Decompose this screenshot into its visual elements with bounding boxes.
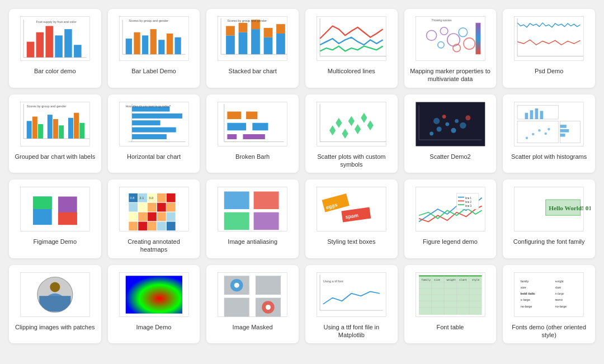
svg-rect-66 [132,113,182,118]
gallery-card-figure-legend[interactable]: line 1 line 2 line 3 Figure legend demo [404,179,497,258]
card-label-scatter-demo2: Scatter Demo2 [428,153,471,160]
svg-text:How often do you want to go to: How often do you want to go today? [125,104,171,107]
gallery-card-multicolored-lines[interactable]: Multicolored lines [305,9,398,88]
svg-point-110 [532,133,535,135]
svg-point-111 [539,129,541,132]
card-label-figure-legend: Figure legend demo [422,238,479,245]
svg-text:Fruit supply by fruit and colo: Fruit supply by fruit and color [36,20,77,23]
gallery-card-scatter-hist[interactable]: Scatter plot with histograms [503,94,595,173]
svg-rect-185 [224,297,249,316]
gallery-card-mapping-marker[interactable]: Throwing success Mapping marker properti… [404,9,497,88]
svg-rect-181 [125,276,182,314]
svg-text:line 1: line 1 [465,197,471,200]
svg-rect-74 [228,111,242,119]
svg-rect-35 [317,17,386,61]
svg-rect-140 [157,212,166,221]
svg-rect-155 [228,195,247,206]
svg-rect-134 [148,203,157,212]
svg-rect-12 [134,32,140,54]
svg-text:weight: weight [446,278,456,281]
svg-rect-30 [276,34,285,54]
svg-text:line 3: line 3 [465,205,471,207]
svg-rect-69 [132,134,167,139]
svg-rect-78 [228,134,237,139]
svg-point-98 [451,127,456,133]
gallery-card-clipping-images[interactable]: Clipping images with patches [9,265,101,344]
card-thumb-image-antialiasing [211,184,294,234]
svg-rect-121 [20,187,89,231]
svg-rect-139 [148,212,157,221]
gallery-card-image-antialiasing[interactable]: Image antialiasing [206,179,299,258]
svg-rect-120 [560,125,567,128]
svg-rect-156 [257,195,276,206]
svg-rect-2 [36,32,44,58]
gallery-card-font-oriented[interactable]: family size bold italic x-large no-large… [503,265,595,344]
svg-text:family: family [521,279,529,282]
svg-rect-93 [416,102,485,146]
svg-rect-13 [142,35,148,54]
svg-rect-118 [560,133,565,136]
svg-rect-116 [535,108,539,119]
gallery-card-styling-text-boxes[interactable]: eggs spam Styling text boxes [305,179,398,258]
svg-point-177 [50,282,60,292]
svg-rect-79 [243,134,265,139]
svg-point-96 [445,122,449,126]
svg-point-99 [455,119,459,123]
svg-point-94 [430,131,433,135]
gallery-card-psd-demo[interactable]: Psd Demo [503,9,595,88]
svg-rect-52 [27,121,32,139]
gallery-card-figimage-demo[interactable]: Figimage Demo [9,179,101,258]
svg-text:3.0: 3.0 [149,196,153,200]
gallery-card-font-table[interactable]: family size weight slant style Font tabl… [404,265,497,344]
gallery-card-broken-barh[interactable]: Broken Barh [206,94,299,173]
svg-rect-138 [138,212,147,221]
card-label-bar-label-demo: Bar Label Demo [130,67,177,75]
svg-rect-16 [166,34,172,54]
gallery-card-annotated-heatmaps[interactable]: 0.8 2.1 3.0 Creating annotated heatmaps [108,179,200,258]
card-label-image-demo: Image Demo [135,323,173,331]
svg-text:size: size [434,278,440,281]
gallery-card-scatter-custom[interactable]: Scatter plots with custom symbols [305,94,398,173]
card-thumb-figure-legend: line 1 line 2 line 3 [409,184,492,234]
svg-text:slant: slant [555,286,561,289]
svg-rect-131 [166,193,175,202]
svg-text:Throwing success: Throwing success [431,19,452,22]
card-thumb-scatter-demo2 [409,99,492,149]
svg-rect-59 [74,112,79,138]
svg-rect-145 [157,222,166,231]
svg-text:family: family [421,278,431,281]
svg-point-97 [433,117,440,124]
gallery-card-image-demo[interactable]: Image Demo [108,265,200,344]
svg-rect-142 [129,222,138,231]
card-label-grouped-bar-chart: Grouped bar chart with labels [13,153,96,160]
svg-rect-114 [525,112,528,119]
svg-rect-55 [48,115,53,139]
gallery-card-bar-color-demo[interactable]: Fruit supply by fruit and color Bar colo… [9,9,101,88]
gallery-card-horizontal-bar-chart[interactable]: How often do you want to go today? Horiz… [108,94,200,173]
svg-rect-68 [132,127,176,132]
gallery-card-configuring-font-family[interactable]: Hello World! 01 Configuring the font fam… [503,179,595,258]
svg-text:2.1: 2.1 [139,196,144,200]
gallery-card-using-ttf[interactable]: Using a ttf font Using a ttf font file i… [305,265,398,344]
svg-rect-75 [246,111,257,119]
card-label-broken-barh: Broken Barh [234,153,271,160]
svg-rect-56 [53,119,58,139]
svg-rect-106 [517,121,558,143]
card-thumb-figimage-demo [13,184,97,234]
card-label-clipping-images: Clipping images with patches [14,323,96,331]
gallery-card-bar-label-demo[interactable]: Scores by group and gender Bar Label Dem… [108,9,200,88]
card-label-font-oriented: Fonts demo (other oriented style) [507,323,591,339]
svg-rect-130 [157,193,166,202]
gallery-card-grouped-bar-chart[interactable]: Scores by group and gender Grouped bar c… [9,94,101,173]
gallery-card-image-masked[interactable]: Image Masked [206,265,299,344]
card-label-scatter-custom: Scatter plots with custom symbols [310,153,393,169]
card-thumb-using-ttf: Using a ttf font [310,270,393,320]
svg-rect-115 [530,110,534,119]
svg-point-102 [465,115,470,120]
svg-rect-135 [157,203,166,212]
gallery-card-stacked-bar-chart[interactable]: Scores by group and gender Stacked bar c… [206,9,299,88]
svg-text:line 2: line 2 [465,201,471,204]
gallery-card-scatter-demo2[interactable]: Scatter Demo2 [404,94,497,173]
svg-rect-153 [224,212,249,230]
svg-rect-58 [68,117,73,138]
